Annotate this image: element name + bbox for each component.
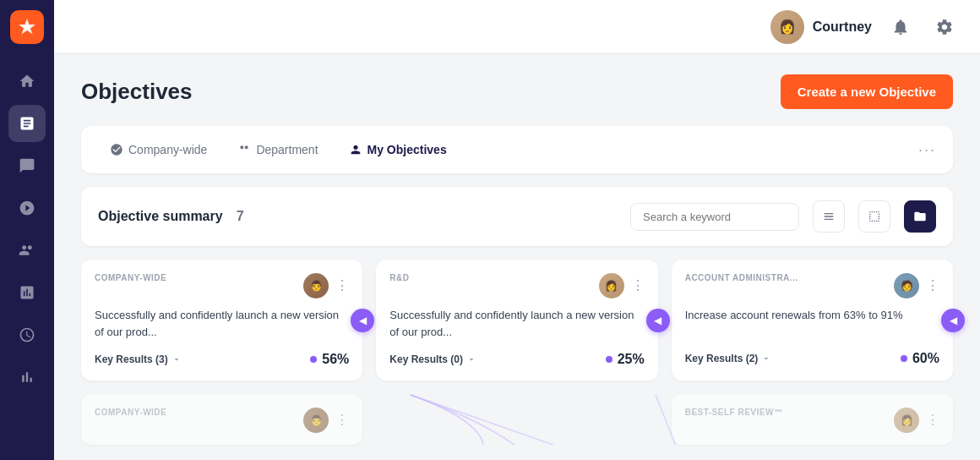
card-5-more-button[interactable]: ⋮ — [926, 413, 939, 427]
sidebar-item-time[interactable] — [8, 316, 46, 353]
card-3-category: ACCOUNT ADMINISTRA... — [685, 273, 798, 282]
empty-card-space — [376, 394, 657, 445]
card-3-header-right: 🧑 ⋮ — [894, 273, 939, 298]
app-logo[interactable] — [10, 10, 44, 44]
objective-card-2: R&D 👩 ⋮ Successfully and confidently lau… — [376, 260, 657, 381]
card-1-category: COMPANY-WIDE — [95, 273, 166, 282]
sidebar-item-performance[interactable] — [8, 232, 46, 269]
card-2-footer: Key Results (0) 25% — [389, 352, 644, 367]
page-title: Objectives — [81, 79, 193, 105]
objective-card-5: BEST-SELF REVIEW™ 👩 ⋮ — [672, 394, 953, 445]
tab-company-wide-label: Company-wide — [128, 143, 207, 156]
tab-my-objectives[interactable]: My Objectives — [337, 138, 459, 162]
summary-count: 7 — [237, 209, 244, 224]
page-header: Objectives Create a new Objective — [81, 74, 953, 109]
card-1-header-right: 👨 ⋮ — [303, 273, 349, 298]
tabs-more-button[interactable]: ··· — [918, 141, 936, 159]
create-objective-button[interactable]: Create a new Objective — [781, 74, 953, 109]
card-1-avatar: 👨 — [303, 273, 329, 298]
sidebar-item-feedback[interactable] — [8, 147, 46, 184]
search-input[interactable] — [630, 203, 799, 231]
card-2-header: R&D 👩 ⋮ — [389, 273, 644, 298]
summary-bar: Objective summary 7 — [81, 187, 953, 246]
card-3-more-button[interactable]: ⋮ — [926, 279, 939, 293]
avatar: 👩 — [770, 10, 804, 44]
card-3-progress: 60% — [901, 351, 939, 366]
card-2-progress-pct: 25% — [618, 352, 645, 367]
card-2-progress-dot — [606, 356, 612, 363]
notifications-button[interactable] — [885, 12, 916, 42]
card-3-progress-pct: 60% — [912, 351, 939, 366]
card-5-category: BEST-SELF REVIEW™ — [685, 408, 783, 417]
card-1-footer: Key Results (3) 56% — [95, 352, 349, 367]
tab-department[interactable]: Department — [226, 138, 329, 162]
card-1-more-button[interactable]: ⋮ — [335, 279, 349, 293]
tab-my-objectives-label: My Objectives — [368, 143, 447, 156]
card-4-header-right: 👨 ⋮ — [303, 408, 349, 433]
card-2-key-results-text: Key Results (0) — [389, 353, 463, 365]
card-1-progress-pct: 56% — [322, 352, 349, 367]
sidebar-item-goals[interactable] — [8, 189, 46, 227]
sidebar-item-home[interactable] — [8, 63, 46, 100]
list-view-button[interactable] — [813, 200, 845, 233]
card-4-more-button[interactable]: ⋮ — [335, 413, 349, 427]
sidebar — [0, 0, 54, 460]
objective-card-3: ACCOUNT ADMINISTRA... 🧑 ⋮ Increase accou… — [672, 260, 953, 381]
card-2-category: R&D — [389, 273, 409, 282]
card-2-header-right: 👩 ⋮ — [599, 273, 645, 298]
tab-department-label: Department — [256, 143, 318, 156]
card-2-more-button[interactable]: ⋮ — [631, 279, 645, 293]
card-3-description: Increase account renewals from 63% to 91… — [685, 307, 939, 339]
card-3-header: ACCOUNT ADMINISTRA... 🧑 ⋮ — [685, 273, 939, 298]
card-3-key-results-text: Key Results (2) — [685, 353, 759, 364]
card-2-avatar: 👩 — [599, 273, 624, 298]
tab-company-wide[interactable]: Company-wide — [98, 138, 219, 162]
card-1-description: Successfully and confidently launch a ne… — [95, 307, 349, 340]
tabs-container: Company-wide Department My Objectives ··… — [81, 126, 953, 173]
card-2-description: Successfully and confidently launch a ne… — [389, 307, 644, 340]
card-4-header: COMPANY-WIDE 👨 ⋮ — [95, 408, 349, 433]
card-3-key-results[interactable]: Key Results (2) — [685, 353, 772, 364]
card-3-arrow-button[interactable]: ◀ — [941, 309, 965, 332]
objectives-grid: COMPANY-WIDE 👨 ⋮ Successfully and confid… — [81, 260, 953, 445]
user-profile[interactable]: 👩 Courtney — [770, 10, 872, 44]
objective-card-1: COMPANY-WIDE 👨 ⋮ Successfully and confid… — [81, 260, 362, 381]
card-1-arrow-button[interactable]: ◀ — [351, 309, 374, 332]
card-4-avatar: 👨 — [303, 408, 329, 433]
card-3-avatar: 🧑 — [894, 273, 919, 298]
card-2-key-results[interactable]: Key Results (0) — [389, 353, 476, 365]
card-2-arrow-button[interactable]: ◀ — [646, 309, 670, 332]
sidebar-item-analytics[interactable] — [8, 359, 46, 396]
header: 👩 Courtney — [54, 0, 980, 54]
card-3-footer: Key Results (2) 60% — [685, 351, 939, 366]
card-1-key-results[interactable]: Key Results (3) — [95, 353, 182, 365]
card-1-progress-dot — [310, 356, 317, 363]
card-4-category: COMPANY-WIDE — [95, 408, 166, 417]
card-3-progress-dot — [901, 355, 907, 362]
compact-view-button[interactable] — [858, 200, 890, 233]
svg-point-0 — [24, 25, 30, 30]
card-1-progress: 56% — [310, 352, 349, 367]
cards-container: COMPANY-WIDE 👨 ⋮ Successfully and confid… — [81, 260, 953, 445]
card-5-avatar: 👩 — [894, 408, 919, 433]
sidebar-item-objectives[interactable] — [8, 105, 46, 142]
page-content: Objectives Create a new Objective Compan… — [54, 54, 980, 460]
sidebar-item-reports[interactable] — [8, 274, 46, 311]
objective-card-4: COMPANY-WIDE 👨 ⋮ — [81, 394, 362, 445]
card-1-header: COMPANY-WIDE 👨 ⋮ — [95, 273, 349, 298]
main-content: 👩 Courtney Objectives Create a new Objec… — [54, 0, 980, 460]
summary-title: Objective summary — [98, 209, 223, 224]
card-1-key-results-text: Key Results (3) — [95, 353, 168, 365]
grid-view-button[interactable] — [904, 200, 936, 233]
card-5-header: BEST-SELF REVIEW™ 👩 ⋮ — [685, 408, 939, 433]
card-5-header-right: 👩 ⋮ — [894, 408, 939, 433]
card-2-progress: 25% — [606, 352, 645, 367]
username: Courtney — [813, 19, 872, 35]
settings-button[interactable] — [929, 12, 960, 42]
